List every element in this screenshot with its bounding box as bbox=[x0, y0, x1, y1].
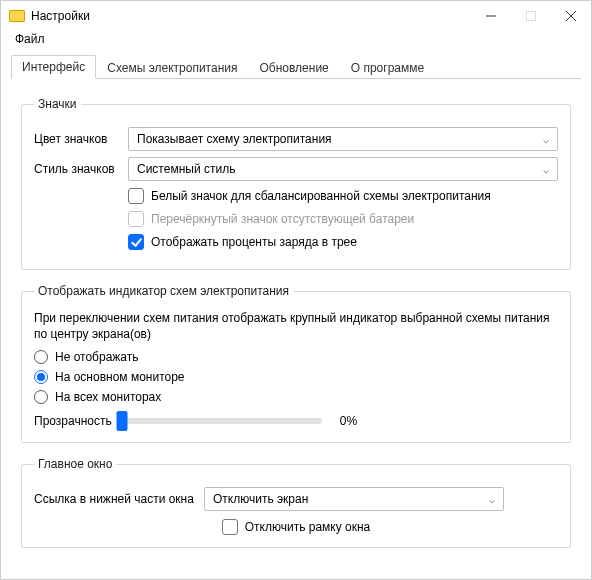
icon-style-label: Стиль значков bbox=[34, 162, 128, 176]
tab-about[interactable]: О программе bbox=[340, 56, 435, 79]
checkbox-borderless-label: Отключить рамку окна bbox=[245, 520, 371, 534]
group-main-window-legend: Главное окно bbox=[34, 457, 116, 471]
opacity-slider-thumb[interactable] bbox=[116, 411, 127, 431]
opacity-value: 0% bbox=[340, 414, 357, 428]
checkbox-strike-icon bbox=[128, 211, 144, 227]
checkbox-show-percent-label: Отображать проценты заряда в трее bbox=[151, 235, 357, 249]
group-icons-legend: Значки bbox=[34, 97, 81, 111]
tab-content: Значки Цвет значков Показывает схему эле… bbox=[1, 79, 591, 576]
bottom-link-select[interactable]: Отключить экран ⌵ bbox=[204, 487, 504, 511]
radio-indicator-all[interactable] bbox=[34, 390, 48, 404]
icon-color-label: Цвет значков bbox=[34, 132, 128, 146]
opacity-label: Прозрачность bbox=[34, 414, 112, 428]
icon-style-select[interactable]: Системный стиль ⌵ bbox=[128, 157, 558, 181]
chevron-down-icon: ⌵ bbox=[543, 164, 549, 175]
icon-style-value: Системный стиль bbox=[137, 162, 235, 176]
checkbox-borderless[interactable] bbox=[222, 519, 238, 535]
radio-indicator-primary-label: На основном мониторе bbox=[55, 370, 185, 384]
app-icon bbox=[9, 10, 25, 22]
radio-indicator-primary[interactable] bbox=[34, 370, 48, 384]
icon-color-select[interactable]: Показывает схему электропитания ⌵ bbox=[128, 127, 558, 151]
tab-power-schemes[interactable]: Схемы электропитания bbox=[96, 56, 248, 79]
title-bar: Настройки bbox=[1, 1, 591, 31]
chevron-down-icon: ⌵ bbox=[543, 134, 549, 145]
tab-interface[interactable]: Интерфейс bbox=[11, 55, 96, 79]
opacity-slider[interactable] bbox=[122, 418, 322, 424]
minimize-button[interactable] bbox=[471, 1, 511, 31]
maximize-button bbox=[511, 1, 551, 31]
svg-rect-1 bbox=[527, 12, 536, 21]
bottom-link-label: Ссылка в нижней части окна bbox=[34, 492, 204, 506]
bottom-link-value: Отключить экран bbox=[213, 492, 308, 506]
radio-indicator-all-label: На всех мониторах bbox=[55, 390, 161, 404]
checkbox-white-icon-label: Белый значок для сбалансированной схемы … bbox=[151, 189, 491, 203]
group-icons: Значки Цвет значков Показывает схему эле… bbox=[21, 97, 571, 270]
group-indicator-legend: Отображать индикатор схем электропитания bbox=[34, 284, 293, 298]
window-title: Настройки bbox=[31, 9, 90, 23]
menu-bar: Файл bbox=[1, 31, 591, 51]
tab-update[interactable]: Обновление bbox=[248, 56, 339, 79]
radio-indicator-none-label: Не отображать bbox=[55, 350, 139, 364]
checkbox-white-icon[interactable] bbox=[128, 188, 144, 204]
checkbox-show-percent[interactable] bbox=[128, 234, 144, 250]
group-main-window: Главное окно Ссылка в нижней части окна … bbox=[21, 457, 571, 548]
chevron-down-icon: ⌵ bbox=[489, 494, 495, 505]
close-button[interactable] bbox=[551, 1, 591, 31]
indicator-help-text: При переключении схем питания отображать… bbox=[34, 310, 558, 342]
checkbox-strike-icon-label: Перечёркнутый значок отсутствующей батар… bbox=[151, 212, 414, 226]
menu-file[interactable]: Файл bbox=[9, 30, 51, 48]
icon-color-value: Показывает схему электропитания bbox=[137, 132, 332, 146]
radio-indicator-none[interactable] bbox=[34, 350, 48, 364]
tab-strip: Интерфейс Схемы электропитания Обновлени… bbox=[11, 55, 581, 79]
group-indicator: Отображать индикатор схем электропитания… bbox=[21, 284, 571, 443]
